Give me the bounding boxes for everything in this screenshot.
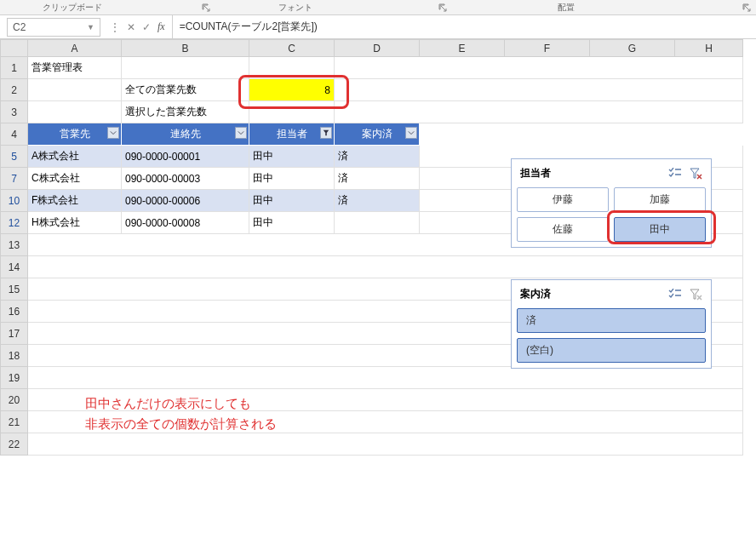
cell[interactable]: 田中 [249, 168, 335, 190]
multiselect-icon[interactable] [668, 168, 682, 180]
row-header[interactable]: 18 [1, 345, 28, 367]
dialog-launcher-icon[interactable] [202, 3, 210, 12]
cell[interactable]: 済 [335, 146, 420, 168]
slicer-person[interactable]: 担当者 伊藤 加藤 佐藤 田中 [511, 158, 712, 248]
slicer-item[interactable]: 伊藤 [517, 187, 609, 212]
col-header-E[interactable]: E [420, 40, 505, 57]
row-header[interactable]: 13 [1, 234, 28, 256]
row-header[interactable]: 1 [1, 57, 28, 79]
col-header-H[interactable]: H [675, 40, 743, 57]
table-header-cell[interactable]: 営業先 [28, 123, 122, 146]
col-header-F[interactable]: F [505, 40, 590, 57]
filter-dropdown-icon[interactable] [235, 127, 247, 139]
row-header[interactable]: 12 [1, 212, 28, 234]
slicer-status[interactable]: 案内済 済 (空白) [511, 279, 712, 369]
table-header-cell[interactable]: 案内済 [335, 123, 420, 146]
cell[interactable] [249, 57, 335, 79]
row-header[interactable]: 14 [1, 256, 28, 278]
row-header[interactable]: 16 [1, 301, 28, 323]
table-header-cell[interactable]: 連絡先 [122, 123, 249, 146]
slicer-item[interactable]: 加藤 [614, 187, 706, 212]
cell[interactable]: 田中 [249, 212, 335, 234]
ribbon-label-clipboard: クリップボード [0, 2, 145, 14]
slicer-title: 担当者 [520, 166, 551, 181]
col-header-D[interactable]: D [335, 40, 420, 57]
cell[interactable]: 090-0000-00001 [122, 146, 249, 168]
worksheet[interactable]: A B C D E F G H 1 営業管理表 2 全ての営業先数 8 3 選択… [0, 39, 756, 456]
cell[interactable] [28, 101, 122, 123]
cell[interactable] [335, 101, 743, 123]
cell[interactable]: 090-0000-00006 [122, 190, 249, 212]
enter-icon[interactable]: ✓ [142, 21, 151, 33]
row-header[interactable]: 21 [1, 411, 28, 433]
slicer-item-selected[interactable]: 済 [517, 308, 706, 333]
table-header-cell[interactable]: 担当者 [249, 123, 335, 146]
row-header[interactable]: 22 [1, 433, 28, 456]
cell[interactable]: 全ての営業先数 [122, 79, 249, 101]
name-box-value: C2 [13, 21, 26, 33]
row-header[interactable]: 10 [1, 190, 28, 212]
slicer-title: 案内済 [520, 287, 551, 301]
cell[interactable]: 田中 [249, 190, 335, 212]
ribbon-label-align: 配置 [447, 2, 685, 14]
name-box[interactable]: C2 ▼ [7, 18, 100, 37]
cell[interactable]: H株式会社 [28, 212, 122, 234]
col-header-G[interactable]: G [590, 40, 675, 57]
formula-bar: C2 ▼ ⋮ ✕ ✓ fx =COUNTA(テーブル2[営業先]) [0, 15, 756, 39]
cell[interactable] [28, 256, 743, 278]
cell[interactable] [28, 79, 122, 101]
cell[interactable] [420, 123, 743, 146]
slicer-item-selected[interactable]: 田中 [614, 217, 706, 242]
cell[interactable] [335, 57, 743, 79]
dialog-launcher-icon[interactable] [742, 3, 751, 12]
ribbon-group-labels: クリップボード フォント 配置 [0, 0, 756, 15]
cell[interactable]: 済 [335, 168, 420, 190]
dialog-launcher-icon[interactable] [438, 3, 447, 12]
cancel-icon[interactable]: ✕ [127, 21, 135, 33]
cell[interactable]: A株式会社 [28, 146, 122, 168]
clear-filter-icon[interactable] [689, 289, 702, 301]
col-header-A[interactable]: A [28, 40, 122, 57]
cell[interactable]: 田中 [249, 146, 335, 168]
cell[interactable]: 選択した営業先数 [122, 101, 249, 123]
row-header[interactable]: 20 [1, 389, 28, 411]
dropdown-icon[interactable]: ▼ [87, 23, 94, 32]
row-header[interactable]: 2 [1, 79, 28, 101]
cell[interactable]: C株式会社 [28, 168, 122, 190]
filter-active-icon[interactable] [320, 127, 332, 139]
annotation-text: 田中さんだけの表示にしても 非表示の全ての個数が計算される [85, 393, 277, 434]
cell[interactable] [335, 212, 420, 234]
more-icon[interactable]: ⋮ [110, 21, 120, 33]
row-header[interactable]: 19 [1, 367, 28, 389]
col-header-C[interactable]: C [249, 40, 335, 57]
cell[interactable]: 090-0000-00008 [122, 212, 249, 234]
slicer-item-selected[interactable]: (空白) [517, 338, 706, 363]
filter-dropdown-icon[interactable] [405, 127, 417, 139]
row-header[interactable]: 7 [1, 168, 28, 190]
multiselect-icon[interactable] [668, 289, 682, 301]
col-header-B[interactable]: B [122, 40, 249, 57]
cell[interactable] [249, 101, 335, 123]
row-header[interactable]: 15 [1, 278, 28, 301]
row-header[interactable]: 17 [1, 323, 28, 345]
row-header[interactable]: 5 [1, 146, 28, 168]
cell-highlighted[interactable]: 8 [249, 79, 335, 101]
row-header[interactable]: 4 [1, 123, 28, 146]
fx-icon[interactable]: fx [158, 20, 165, 33]
select-all-corner[interactable] [1, 40, 28, 57]
cell[interactable]: F株式会社 [28, 190, 122, 212]
cell[interactable]: 090-0000-00003 [122, 168, 249, 190]
cell[interactable] [335, 79, 743, 101]
cell[interactable] [122, 57, 249, 79]
row-header[interactable]: 3 [1, 101, 28, 123]
cell[interactable]: 営業管理表 [28, 57, 122, 79]
clear-filter-icon[interactable] [689, 168, 702, 180]
filter-dropdown-icon[interactable] [107, 127, 119, 139]
slicer-item[interactable]: 佐藤 [517, 217, 609, 242]
formula-input[interactable]: =COUNTA(テーブル2[営業先]) [172, 15, 756, 38]
ribbon-label-font: フォント [210, 2, 381, 14]
cell[interactable]: 済 [335, 190, 420, 212]
cell[interactable] [28, 367, 743, 389]
cell[interactable] [28, 433, 743, 456]
formula-bar-icons: ⋮ ✕ ✓ fx [103, 20, 172, 33]
